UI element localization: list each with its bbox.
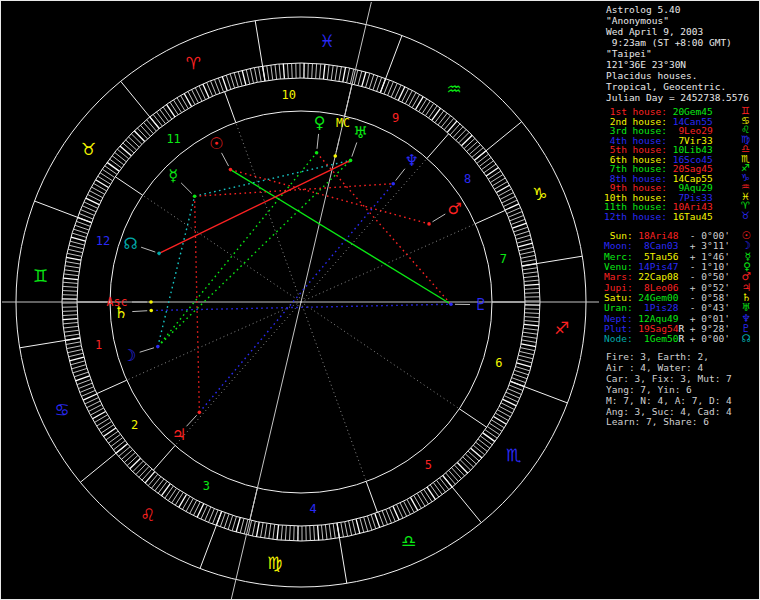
degree-tick — [112, 156, 124, 165]
house-number: 1 — [95, 338, 102, 352]
degree-tick — [427, 487, 435, 499]
degree-tick — [267, 65, 269, 80]
degree-tick — [488, 171, 501, 179]
midheaven-label: MC — [336, 116, 350, 130]
degree-tick — [524, 284, 539, 285]
degree-tick — [254, 68, 257, 83]
degree-tick — [482, 161, 494, 170]
daily-motion: + 0°52' — [684, 282, 730, 293]
degree-tick — [72, 365, 86, 369]
degree-tick — [265, 523, 267, 538]
degree-tick — [125, 140, 136, 150]
degree-tick — [465, 454, 476, 464]
planet-name: Plut: — [604, 323, 638, 334]
planet-pointer — [186, 415, 196, 426]
planet-dot — [229, 168, 233, 172]
house-row: 12th house: 16Tau45♉ — [604, 212, 756, 222]
header-line: Wed April 9, 2003 — [606, 26, 749, 37]
libra-icon: ♎ — [401, 531, 416, 551]
degree-tick — [425, 103, 433, 115]
ascendant-label: Asc — [107, 295, 128, 309]
degree-tick — [258, 67, 261, 82]
degree-tick — [460, 460, 471, 471]
opposition-aspect-line — [151, 304, 451, 310]
degree-tick — [432, 108, 441, 120]
planet-dot — [315, 151, 319, 155]
degree-tick — [273, 524, 275, 539]
degree-tick — [70, 241, 85, 245]
degree-tick — [441, 116, 450, 128]
house-cusp-segment — [427, 134, 449, 159]
planet-name: Node: — [604, 333, 638, 344]
degree-tick — [63, 282, 78, 283]
degree-tick — [449, 470, 459, 481]
degree-tick — [103, 428, 115, 436]
degree-tick — [147, 120, 157, 131]
degree-tick — [457, 462, 467, 473]
degree-tick — [110, 159, 122, 168]
planet-pointer — [140, 348, 154, 352]
degree-tick — [139, 466, 149, 477]
sign-boundary — [255, 21, 265, 81]
daily-motion: + 0°01' — [684, 313, 730, 324]
degree-tick — [232, 516, 236, 530]
degree-tick — [525, 313, 540, 314]
degree-tick — [472, 148, 483, 158]
house-cusp-line — [301, 158, 427, 302]
degree-tick — [99, 422, 112, 430]
degree-tick — [66, 342, 81, 345]
midheaven-axis — [231, 2, 372, 600]
degree-tick — [494, 417, 507, 425]
degree-tick — [450, 124, 460, 135]
degree-tick — [463, 457, 474, 467]
angle-dot — [149, 300, 153, 304]
daily-motion: + 9°28' — [684, 323, 730, 334]
degree-tick — [119, 447, 130, 457]
degree-tick — [487, 426, 499, 434]
degree-tick — [153, 114, 162, 126]
square-aspect-line — [317, 153, 451, 304]
degree-tick — [62, 315, 77, 316]
degree-tick — [124, 453, 135, 463]
degree-tick — [479, 157, 491, 166]
planet-name: Merc: — [604, 251, 638, 262]
degree-tick — [68, 353, 83, 356]
uranus-icon: ♅ — [353, 123, 367, 142]
degree-tick — [250, 68, 253, 83]
degree-tick — [461, 135, 472, 145]
degree-tick — [108, 434, 120, 443]
daily-motion: - 0°58' — [684, 292, 730, 303]
planet-pointer — [132, 311, 147, 312]
sign-boundary — [337, 523, 347, 583]
degree-tick — [312, 63, 313, 78]
degree-tick — [252, 521, 255, 536]
degree-tick — [477, 154, 489, 163]
degree-tick — [493, 178, 506, 186]
degree-tick — [283, 64, 284, 79]
degree-tick — [128, 137, 139, 147]
house-cusp-value: 16Tau45 — [673, 211, 713, 222]
degree-tick — [331, 65, 333, 80]
degree-tick — [160, 109, 169, 121]
degree-tick — [218, 78, 223, 92]
planet-dot — [349, 159, 353, 163]
degree-tick — [275, 64, 277, 79]
planet-dot — [157, 252, 161, 256]
planet-pointer — [141, 247, 155, 252]
degree-tick — [281, 525, 282, 540]
degree-tick — [242, 70, 246, 85]
degree-tick — [523, 328, 538, 330]
degree-tick — [173, 100, 181, 113]
mercury-icon: ☿ — [168, 166, 178, 185]
degree-tick — [518, 359, 533, 363]
planet-position-value: 12Aqu49 — [638, 313, 678, 324]
degree-tick — [520, 348, 535, 351]
house-cusp-segment — [459, 409, 486, 427]
degree-tick — [62, 311, 77, 312]
degree-tick — [130, 458, 141, 468]
degree-tick — [105, 166, 117, 175]
degree-tick — [429, 106, 438, 118]
house-cusp-segment — [225, 91, 236, 122]
degree-tick — [335, 66, 337, 81]
degree-tick — [490, 174, 503, 182]
